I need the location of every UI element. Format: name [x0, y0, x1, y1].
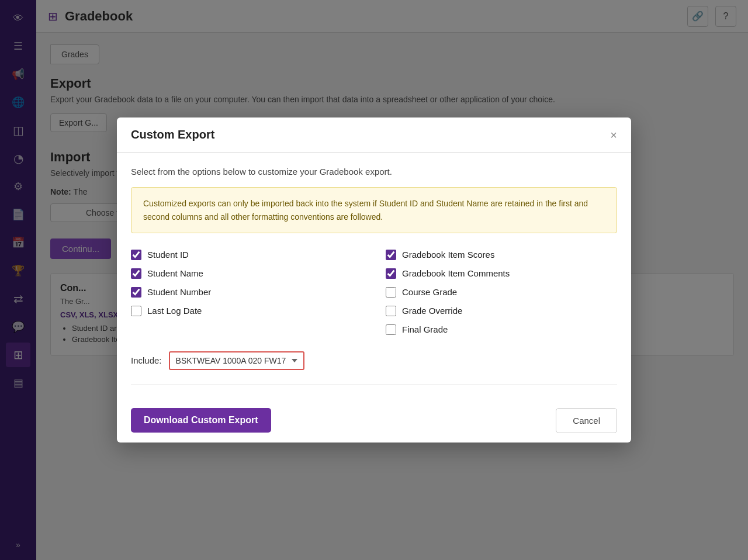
modal-close-button[interactable]: ×: [610, 129, 617, 141]
modal-description: Select from the options below to customi…: [131, 167, 617, 177]
checkbox-student-name-input[interactable]: [131, 268, 141, 279]
checkbox-gradebook-item-comments-input[interactable]: [386, 268, 396, 279]
checkbox-gradebook-item-comments-label: Gradebook Item Comments: [402, 268, 510, 278]
checkbox-student-id-label: Student ID: [147, 250, 189, 260]
checkbox-gradebook-item-scores-input[interactable]: [386, 250, 396, 260]
checkbox-gradebook-item-scores[interactable]: Gradebook Item Scores: [386, 250, 617, 260]
warning-box: Customized exports can only be imported …: [131, 187, 617, 233]
checkbox-final-grade-label: Final Grade: [402, 324, 448, 334]
checkbox-last-log-date[interactable]: Last Log Date: [131, 306, 362, 316]
checkbox-grade-override-label: Grade Override: [402, 306, 462, 316]
checkbox-grade-override[interactable]: Grade Override: [386, 306, 617, 316]
checkbox-course-grade[interactable]: Course Grade: [386, 287, 617, 298]
checkbox-student-id[interactable]: Student ID: [131, 250, 362, 260]
checkbox-course-grade-label: Course Grade: [402, 287, 457, 297]
checkbox-student-name[interactable]: Student Name: [131, 268, 362, 279]
checkbox-course-grade-input[interactable]: [386, 287, 396, 298]
checkbox-final-grade-input[interactable]: [386, 324, 396, 335]
cancel-button[interactable]: Cancel: [556, 408, 617, 433]
modal-body: Select from the options below to customi…: [117, 153, 631, 385]
include-select[interactable]: BSKTWEAV 1000A 020 FW17: [169, 351, 304, 370]
checkbox-student-name-label: Student Name: [147, 268, 203, 278]
modal-header: Custom Export ×: [117, 117, 631, 153]
modal-title: Custom Export: [131, 128, 214, 141]
custom-export-modal: Custom Export × Select from the options …: [117, 117, 631, 443]
checkbox-student-number-label: Student Number: [147, 287, 211, 297]
modal-overlay: Custom Export × Select from the options …: [0, 0, 748, 560]
download-custom-export-button[interactable]: Download Custom Export: [131, 408, 271, 433]
checkbox-student-number[interactable]: Student Number: [131, 287, 362, 298]
checkbox-grade-override-input[interactable]: [386, 306, 396, 316]
checkboxes-grid: Student ID Gradebook Item Scores Student…: [131, 250, 617, 335]
checkbox-gradebook-item-comments[interactable]: Gradebook Item Comments: [386, 268, 617, 279]
checkbox-final-grade[interactable]: Final Grade: [386, 324, 617, 335]
checkbox-gradebook-item-scores-label: Gradebook Item Scores: [402, 250, 494, 260]
checkbox-last-log-date-input[interactable]: [131, 306, 141, 316]
include-label: Include:: [131, 355, 162, 365]
checkbox-student-number-input[interactable]: [131, 287, 141, 298]
include-row: Include: BSKTWEAV 1000A 020 FW17: [131, 351, 617, 385]
checkbox-student-id-input[interactable]: [131, 250, 141, 260]
modal-footer: Download Custom Export Cancel: [117, 399, 631, 443]
checkbox-last-log-date-label: Last Log Date: [147, 306, 202, 316]
